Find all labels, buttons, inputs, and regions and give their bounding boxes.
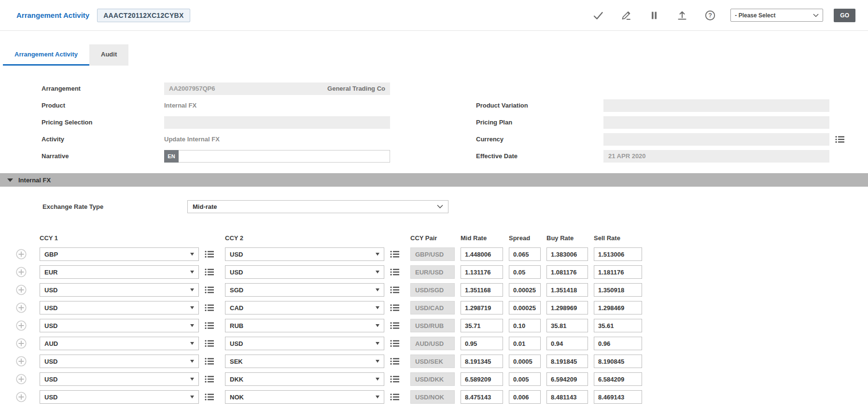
spread-input[interactable] [509,337,541,350]
spread-input[interactable] [509,355,541,368]
ccy2-select[interactable]: SEK [225,355,384,368]
ccy1-value: USD [44,304,57,312]
ccy2-select[interactable]: USD [225,247,384,261]
add-row-button[interactable] [9,249,34,260]
ccy1-lookup-list-icon[interactable] [205,304,219,312]
ccy1-value: USD [44,322,57,329]
ccy1-value: AUD [44,340,58,347]
add-row-button[interactable] [9,267,34,277]
currency-lookup-list-icon[interactable] [835,136,845,143]
add-row-button[interactable] [9,320,34,331]
sell-rate-input[interactable] [594,265,642,279]
ccy1-select[interactable]: EUR [40,265,199,279]
ccy1-lookup-list-icon[interactable] [205,357,219,365]
sell-rate-input[interactable] [594,337,642,350]
sell-rate-input[interactable] [594,283,642,297]
go-button[interactable]: GO [834,9,855,22]
add-row-button[interactable] [9,302,34,313]
mid-rate-input[interactable] [461,265,503,279]
spread-input[interactable] [509,319,541,332]
buy-rate-input[interactable] [546,301,588,314]
add-row-button[interactable] [9,356,34,367]
ccy2-select[interactable]: USD [225,265,384,279]
upload-icon[interactable] [676,10,688,21]
add-row-button[interactable] [9,374,34,384]
narrative-input[interactable] [179,150,390,163]
add-row-button[interactable] [9,392,34,402]
buy-rate-input[interactable] [546,337,588,350]
commit-check-icon[interactable] [592,10,604,21]
ccy2-select[interactable]: CAD [225,301,384,314]
sign-validate-icon[interactable] [620,10,632,21]
mid-rate-input[interactable] [461,301,503,314]
internal-fx-section-header[interactable]: Internal FX [0,173,868,187]
sell-rate-input[interactable] [594,319,642,332]
ccy2-select[interactable]: USD [225,337,384,350]
ccy2-lookup-list-icon[interactable] [390,322,405,329]
ccy1-lookup-list-icon[interactable] [205,322,219,329]
mid-rate-input[interactable] [461,247,503,261]
add-row-button[interactable] [9,338,34,349]
mid-rate-input[interactable] [461,390,503,404]
product-value: Internal FX [164,102,196,109]
dropdown-triangle-icon [190,342,194,345]
ccy1-lookup-list-icon[interactable] [205,250,219,258]
ccy2-select[interactable]: SGD [225,283,384,297]
ccy1-select[interactable]: GBP [40,247,199,261]
sell-rate-input[interactable] [594,390,642,404]
spread-input[interactable] [509,301,541,314]
ccy1-lookup-list-icon[interactable] [205,393,219,401]
buy-rate-input[interactable] [546,372,588,386]
ccy1-select[interactable]: USD [40,355,199,368]
spread-input[interactable] [509,372,541,386]
sell-rate-input[interactable] [594,372,642,386]
ccy2-lookup-list-icon[interactable] [390,340,405,347]
ccy2-select[interactable]: RUB [225,319,384,332]
buy-rate-input[interactable] [546,265,588,279]
ccy2-select[interactable]: NOK [225,390,384,404]
buy-rate-input[interactable] [546,247,588,261]
tab-audit[interactable]: Audit [89,44,128,66]
exchange-rate-type-select[interactable]: Mid-rate [187,200,448,213]
ccy-pair-readonly: USD/NOK [410,390,455,404]
add-row-button[interactable] [9,285,34,295]
buy-rate-input[interactable] [546,283,588,297]
mid-rate-input[interactable] [461,337,503,350]
hold-pause-icon[interactable] [648,10,660,21]
action-select-dropdown[interactable]: - Please Select [730,9,823,22]
help-icon[interactable]: ? [704,10,716,21]
mid-rate-input[interactable] [461,355,503,368]
ccy1-select[interactable]: AUD [40,337,199,350]
ccy1-select[interactable]: USD [40,283,199,297]
ccy2-lookup-list-icon[interactable] [390,286,405,294]
ccy2-lookup-list-icon[interactable] [390,357,405,365]
spread-input[interactable] [509,283,541,297]
buy-rate-input[interactable] [546,355,588,368]
mid-rate-input[interactable] [461,283,503,297]
ccy1-select[interactable]: USD [40,301,199,314]
ccy2-lookup-list-icon[interactable] [390,375,405,383]
ccy1-lookup-list-icon[interactable] [205,286,219,294]
ccy1-lookup-list-icon[interactable] [205,340,219,347]
mid-rate-input[interactable] [461,319,503,332]
ccy1-lookup-list-icon[interactable] [205,375,219,383]
spread-input[interactable] [509,247,541,261]
ccy2-lookup-list-icon[interactable] [390,250,405,258]
buy-rate-input[interactable] [546,390,588,404]
buy-rate-input[interactable] [546,319,588,332]
ccy2-lookup-list-icon[interactable] [390,268,405,276]
spread-input[interactable] [509,390,541,404]
sell-rate-input[interactable] [594,355,642,368]
ccy2-lookup-list-icon[interactable] [390,393,405,401]
spread-input[interactable] [509,265,541,279]
ccy1-select[interactable]: USD [40,319,199,332]
ccy2-select[interactable]: DKK [225,372,384,386]
sell-rate-input[interactable] [594,301,642,314]
tab-arrangement-activity[interactable]: Arrangement Activity [3,44,89,66]
sell-rate-input[interactable] [594,247,642,261]
ccy1-select[interactable]: USD [40,372,199,386]
ccy2-lookup-list-icon[interactable] [390,304,405,312]
ccy1-lookup-list-icon[interactable] [205,268,219,276]
mid-rate-input[interactable] [461,372,503,386]
ccy1-select[interactable]: USD [40,390,199,404]
